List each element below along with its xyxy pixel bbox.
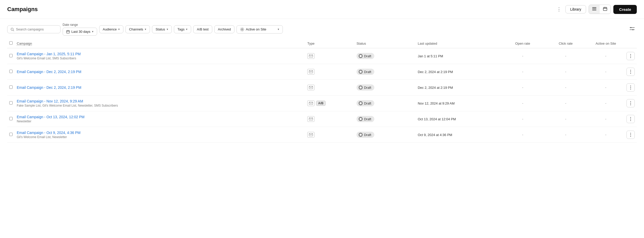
row-actions-button[interactable] bbox=[626, 131, 635, 139]
row-actions-button[interactable] bbox=[626, 99, 635, 107]
library-button[interactable]: Library bbox=[565, 5, 586, 13]
svg-point-38 bbox=[630, 119, 631, 120]
click-rate-cell: - bbox=[544, 127, 587, 143]
row-checkbox[interactable] bbox=[9, 133, 13, 136]
select-all-checkbox[interactable] bbox=[9, 41, 13, 45]
last-updated-cell: Oct 9, 2024 at 4:36 PM bbox=[416, 127, 501, 143]
open-rate-cell: - bbox=[501, 80, 544, 96]
svg-point-25 bbox=[630, 70, 631, 71]
draft-status-badge: Draft bbox=[357, 132, 374, 138]
table-header-row: Campaign Type Status Last updated Open r… bbox=[7, 39, 637, 48]
date-range-wrapper: Date range Last 30 days ▾ bbox=[63, 23, 97, 36]
status-text: Draft bbox=[364, 101, 371, 105]
channels-filter-button[interactable]: Channels ▾ bbox=[125, 25, 150, 33]
tags-filter-button[interactable]: Tags ▾ bbox=[174, 25, 191, 33]
svg-point-34 bbox=[630, 103, 631, 104]
svg-point-22 bbox=[630, 56, 631, 57]
list-view-button[interactable] bbox=[589, 5, 600, 14]
status-text: Draft bbox=[364, 54, 371, 58]
campaigns-table-container: Campaign Type Status Last updated Open r… bbox=[0, 39, 644, 143]
active-on-site-cell: - bbox=[587, 64, 624, 80]
campaign-name-link[interactable]: Email Campaign - Nov 12, 2024, 9:29 AM bbox=[17, 99, 83, 103]
svg-point-23 bbox=[630, 57, 631, 58]
search-input[interactable] bbox=[16, 27, 57, 31]
column-filter-icon bbox=[630, 26, 635, 31]
draft-dot bbox=[359, 54, 363, 58]
status-text: Draft bbox=[364, 117, 371, 121]
kebab-icon bbox=[630, 85, 631, 90]
list-icon bbox=[592, 7, 596, 11]
select-all-header bbox=[7, 39, 15, 48]
campaign-name-cell: Email Campaign - Nov 12, 2024, 9:29 AMFa… bbox=[15, 96, 305, 111]
more-options-button[interactable]: ⋮ bbox=[555, 5, 563, 14]
create-button[interactable]: Create bbox=[613, 5, 637, 14]
search-wrapper bbox=[7, 25, 61, 33]
open-rate-cell: - bbox=[501, 48, 544, 64]
campaign-name-cell: Email Campaign - Dec 2, 2024, 2:19 PM bbox=[15, 64, 305, 80]
campaign-name-cell: Email Campaign - Oct 13, 2024, 12:02 PMN… bbox=[15, 111, 305, 127]
svg-point-27 bbox=[630, 73, 631, 74]
email-type-icon bbox=[307, 85, 315, 90]
kebab-icon bbox=[630, 54, 631, 58]
svg-rect-3 bbox=[603, 7, 607, 11]
date-range-value: Last 30 days bbox=[71, 30, 90, 34]
active-on-site-label: Active on Site bbox=[246, 27, 266, 31]
row-actions-button[interactable] bbox=[626, 68, 635, 76]
campaign-name-link[interactable]: Email Campaign - Oct 9, 2024, 4:36 PM bbox=[17, 131, 80, 135]
svg-point-21 bbox=[630, 54, 631, 55]
kebab-icon bbox=[630, 117, 631, 121]
column-filter-button[interactable] bbox=[628, 25, 637, 34]
campaign-column-label: Campaign bbox=[17, 42, 32, 45]
email-type-icon bbox=[307, 100, 315, 106]
campaign-subtitle: Fake Sample List, Gil's Welcome Email Li… bbox=[17, 104, 303, 107]
draft-status-badge: Draft bbox=[357, 53, 374, 59]
click-rate-cell: - bbox=[544, 80, 587, 96]
filters-bar: Date range Last 30 days ▾ Audience ▾ Cha… bbox=[0, 19, 644, 39]
audience-filter-button[interactable]: Audience ▾ bbox=[99, 25, 123, 33]
svg-point-26 bbox=[630, 72, 631, 72]
row-actions-button[interactable] bbox=[626, 52, 635, 60]
campaign-status-cell: Draft bbox=[354, 127, 416, 143]
svg-rect-0 bbox=[592, 7, 596, 8]
campaign-name-link[interactable]: Email Campaign - Jan 1, 2025, 5:11 PM bbox=[17, 52, 81, 56]
status-filter-button[interactable]: Status ▾ bbox=[152, 25, 172, 33]
date-range-chevron: ▾ bbox=[92, 30, 94, 33]
row-checkbox[interactable] bbox=[9, 70, 13, 73]
email-type-icon bbox=[307, 53, 315, 59]
campaign-type-cell bbox=[305, 127, 354, 143]
archived-filter-button[interactable]: Archived bbox=[214, 25, 235, 33]
row-checkbox[interactable] bbox=[9, 85, 13, 89]
date-range-button[interactable]: Last 30 days ▾ bbox=[63, 28, 97, 36]
row-checkbox[interactable] bbox=[9, 101, 13, 105]
type-icon-wrapper bbox=[307, 53, 352, 59]
calendar-view-button[interactable] bbox=[600, 5, 611, 14]
svg-point-41 bbox=[630, 133, 631, 134]
row-actions-button[interactable] bbox=[626, 83, 635, 92]
row-actions-cell bbox=[624, 127, 637, 143]
status-text: Draft bbox=[364, 133, 371, 137]
ab-test-filter-button[interactable]: A/B test bbox=[193, 25, 212, 33]
active-on-site-filter-button[interactable]: Active on Site ▾ bbox=[236, 25, 283, 34]
draft-dot bbox=[359, 70, 363, 74]
click-rate-cell: - bbox=[544, 111, 587, 127]
row-actions-cell bbox=[624, 48, 637, 64]
campaign-type-cell bbox=[305, 80, 354, 96]
kebab-icon bbox=[630, 70, 631, 74]
row-checkbox[interactable] bbox=[9, 117, 13, 120]
table-row: Email Campaign - Dec 2, 2024, 2:19 PM Dr… bbox=[7, 80, 637, 96]
campaign-name-link[interactable]: Email Campaign - Dec 2, 2024, 2:19 PM bbox=[17, 85, 81, 90]
campaign-name-link[interactable]: Email Campaign - Oct 13, 2024, 12:02 PM bbox=[17, 115, 84, 119]
type-icon-wrapper bbox=[307, 132, 352, 138]
draft-dot bbox=[359, 101, 363, 105]
svg-point-43 bbox=[630, 136, 631, 137]
row-checkbox-cell bbox=[7, 48, 15, 64]
open-rate-cell: - bbox=[501, 127, 544, 143]
campaign-name-link[interactable]: Email Campaign - Dec 2, 2024, 2:19 PM bbox=[17, 70, 81, 74]
status-label: Status bbox=[156, 27, 165, 31]
row-checkbox[interactable] bbox=[9, 54, 13, 57]
campaign-subtitle: Newsletter bbox=[17, 120, 303, 123]
type-icon-wrapper bbox=[307, 85, 352, 90]
row-actions-button[interactable] bbox=[626, 115, 635, 123]
draft-status-badge: Draft bbox=[357, 116, 374, 122]
campaign-status-cell: Draft bbox=[354, 64, 416, 80]
